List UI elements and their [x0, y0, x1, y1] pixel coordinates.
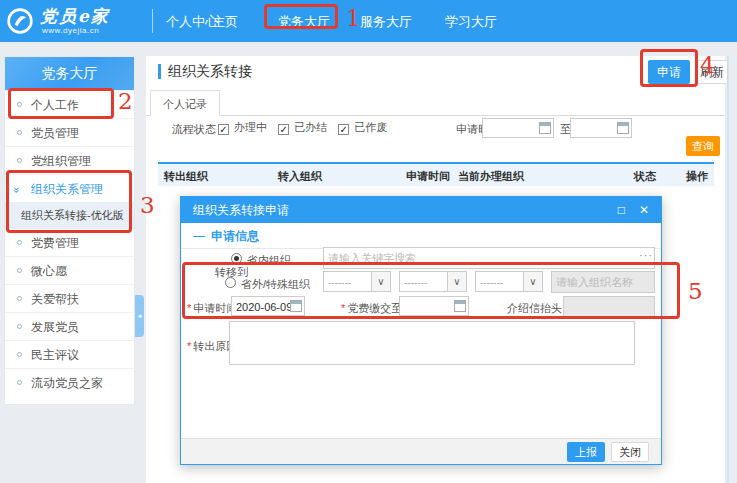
apply-button[interactable]: 申请 — [648, 60, 690, 84]
page-title: 组织关系转接 — [168, 63, 252, 81]
sidebar-item-label: 党组织管理 — [31, 154, 91, 168]
letter-head-input[interactable] — [563, 296, 655, 318]
close-icon[interactable]: ✕ — [639, 197, 649, 223]
transfer-apply-dialog: 组织关系转接申请 □ ✕ — 申请信息 省内组织 ··· 转移到 省外/特殊组织… — [180, 196, 662, 465]
bullet-icon — [17, 324, 22, 329]
bullet-icon — [17, 158, 22, 163]
calendar-icon[interactable] — [454, 300, 466, 312]
sidebar-subitem-org-relation-transfer[interactable]: 组织关系转接-优化版 — [5, 202, 134, 228]
checkbox-voided[interactable]: ✓ 已作废 — [338, 120, 387, 135]
bullet-icon — [17, 296, 22, 301]
filter-row: 流程状态 ✓ 办理中 ✓ 已办结 ✓ 已作废 申请时间 至 — [146, 116, 725, 142]
brand-logo-icon — [6, 7, 34, 35]
sidebar-item-label: 个人工作 — [31, 98, 79, 112]
sidebar-item-micro-wish[interactable]: 微心愿 — [5, 256, 134, 284]
fee-paid-label: *党费缴交至 — [341, 301, 402, 316]
col-transfer-out-org: 转出组织 — [164, 169, 208, 184]
checkbox-checked-icon[interactable]: ✓ — [218, 124, 229, 135]
sidebar-item-org-relation-mgmt[interactable]: » 组织关系管理 — [5, 174, 134, 202]
required-mark: * — [187, 340, 191, 352]
query-button[interactable]: 查询 — [686, 136, 720, 156]
sidebar-item-label: 关爱帮扶 — [31, 292, 79, 306]
table-header: 转出组织 转入组织 申请时间 当前办理组织 状态 操作 — [158, 162, 714, 186]
expand-chevron-icon: » — [3, 187, 31, 193]
maximize-icon[interactable]: □ — [618, 197, 625, 223]
collapse-arrow-icon: ◂ — [138, 312, 142, 319]
calendar-icon[interactable] — [539, 122, 551, 134]
sidebar-item-fee-mgmt[interactable]: 党费管理 — [5, 228, 134, 256]
scrollbar-track[interactable] — [727, 56, 729, 483]
brand-url: www.dyejia.cn — [42, 26, 99, 35]
sidebar-item-label: 民主评议 — [31, 348, 79, 362]
radio-out-province[interactable] — [225, 277, 236, 288]
sidebar-title: 党务大厅 — [5, 57, 134, 90]
sidebar-item-develop-members[interactable]: 发展党员 — [5, 312, 134, 340]
date-to-input[interactable] — [570, 118, 632, 138]
collapse-minus-icon[interactable]: — — [193, 223, 205, 249]
required-mark: * — [187, 302, 191, 314]
required-mark: * — [341, 302, 345, 314]
sidebar-item-org-mgmt[interactable]: 党组织管理 — [5, 146, 134, 174]
sidebar-item-democratic-review[interactable]: 民主评议 — [5, 340, 134, 368]
chevron-down-icon: ∨ — [523, 272, 542, 291]
apply-date-label: *申请时间 — [187, 301, 237, 316]
refresh-button[interactable]: 刷新 — [696, 60, 728, 84]
checkbox-checked-icon[interactable]: ✓ — [278, 124, 289, 135]
nav-item-study-hall[interactable]: 学习大厅 — [445, 13, 497, 31]
radio-in-province-label: 省内组织 — [247, 253, 291, 268]
topbar-divider — [152, 9, 153, 33]
sidebar-item-personal-work[interactable]: 个人工作 — [5, 90, 134, 118]
close-button[interactable]: 关闭 — [611, 442, 649, 462]
section-title: 申请信息 — [211, 223, 259, 249]
nav-item-party-hall[interactable]: 党务大厅 — [278, 13, 330, 31]
col-transfer-in-org: 转入组织 — [278, 169, 322, 184]
col-status: 状态 — [634, 169, 656, 184]
col-current-org: 当前办理组织 — [458, 169, 524, 184]
sidebar-item-mobile-members-home[interactable]: 流动党员之家 — [5, 368, 134, 396]
date-from-input[interactable] — [482, 118, 554, 138]
dialog-title: 组织关系转接申请 — [193, 203, 289, 217]
bullet-icon — [17, 268, 22, 273]
bullet-icon — [17, 240, 22, 245]
sidebar-item-label: 党费管理 — [31, 236, 79, 250]
tab-personal-records[interactable]: 个人记录 — [150, 90, 220, 116]
county-select[interactable]: ------- ∨ — [475, 271, 543, 292]
col-apply-time: 申请时间 — [406, 169, 450, 184]
checkbox-in-progress[interactable]: ✓ 办理中 — [218, 120, 267, 135]
dialog-footer: 上报 关闭 — [181, 438, 661, 464]
radio-in-province[interactable] — [231, 253, 242, 264]
bullet-icon — [17, 352, 22, 357]
radio-out-province-label: 省外/特殊组织 — [241, 277, 310, 292]
checkbox-label: 已办结 — [294, 121, 327, 133]
checkbox-checked-icon[interactable]: ✓ — [338, 124, 349, 135]
province-select[interactable]: ------- ∨ — [323, 271, 391, 292]
org-name-input[interactable] — [551, 271, 655, 293]
apply-date-input[interactable]: 2020-06-09 — [231, 296, 305, 316]
dialog-titlebar: 组织关系转接申请 □ ✕ — [181, 197, 661, 223]
sidebar-item-care-support[interactable]: 关爱帮扶 — [5, 284, 134, 312]
calendar-icon[interactable] — [617, 122, 629, 134]
sidebar: 党务大厅 个人工作 党员管理 党组织管理 » 组织关系管理 组织关系转接-优化版… — [4, 56, 135, 405]
fee-paid-date-input[interactable] — [399, 296, 469, 316]
nav-item-service-hall[interactable]: 服务大厅 — [360, 13, 412, 31]
city-select[interactable]: ------- ∨ — [399, 271, 467, 292]
calendar-icon[interactable] — [290, 300, 302, 312]
sidebar-item-label: 党员管理 — [31, 126, 79, 140]
more-options-button[interactable]: ··· — [639, 249, 653, 261]
sidebar-collapse-handle[interactable]: ◂ — [135, 295, 144, 337]
top-navbar: 党员e家 www.dyejia.cn 个人中心 主页 党务大厅 服务大厅 学习大… — [0, 0, 737, 42]
sidebar-item-member-mgmt[interactable]: 党员管理 — [5, 118, 134, 146]
submit-button[interactable]: 上报 — [567, 442, 605, 462]
checkbox-label: 办理中 — [234, 121, 267, 133]
nav-personal-center[interactable]: 个人中心 — [166, 13, 218, 31]
transfer-reason-textarea[interactable] — [229, 321, 635, 365]
checkbox-label: 已作废 — [354, 121, 387, 133]
sidebar-item-label: 流动党员之家 — [31, 376, 103, 390]
chevron-down-icon: ∨ — [447, 272, 466, 291]
org-keyword-input[interactable] — [323, 247, 655, 269]
nav-item-home[interactable]: 主页 — [212, 13, 238, 31]
bullet-icon — [17, 130, 22, 135]
checkbox-completed[interactable]: ✓ 已办结 — [278, 120, 327, 135]
bullet-icon — [17, 102, 22, 107]
title-accent-bar — [158, 64, 161, 79]
